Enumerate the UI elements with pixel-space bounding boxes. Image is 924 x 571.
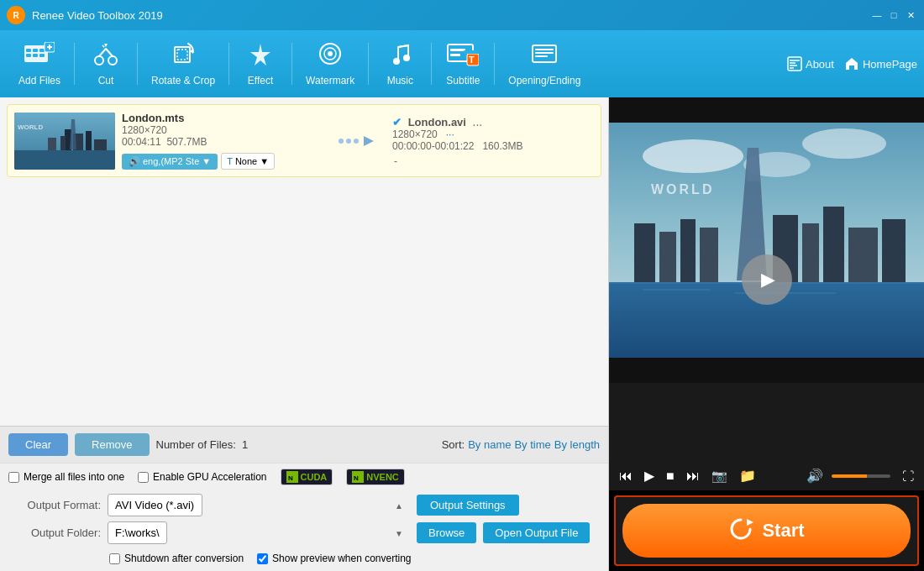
svg-point-10	[95, 56, 103, 65]
cut-icon	[92, 42, 119, 71]
sort-by-length[interactable]: By length	[554, 438, 600, 451]
screenshot-button[interactable]: 📷	[708, 467, 731, 485]
skip-forward-button[interactable]: ⏭	[683, 467, 703, 485]
output-settings-button[interactable]: Output Settings	[417, 495, 519, 516]
maximize-button[interactable]: □	[887, 8, 900, 22]
toolbar-item-watermark[interactable]: Watermark	[294, 37, 366, 92]
minimize-button[interactable]: —	[870, 8, 884, 22]
output-format-select[interactable]: AVI Video (*.avi)	[108, 494, 202, 516]
shutdown-checkbox[interactable]: Shutdown after conversion	[109, 553, 244, 564]
output-format-row: Output Format: AVI Video (*.avi) Output …	[8, 494, 600, 516]
svg-text:N: N	[288, 474, 293, 482]
toolbar-sep-3	[228, 43, 229, 85]
output-more-button[interactable]: ...	[473, 115, 483, 128]
svg-line-12	[99, 49, 106, 56]
output-dims: 1280×720 ···	[392, 128, 594, 140]
output-folder-label: Output Folder:	[8, 526, 101, 539]
svg-point-21	[328, 51, 333, 56]
gpu-checkbox-input[interactable]	[138, 472, 149, 483]
rotate-crop-label: Rotate & Crop	[151, 75, 215, 86]
preview-checkbox[interactable]: Show preview when converting	[257, 553, 411, 564]
svg-point-23	[403, 55, 410, 61]
toolbar-item-rotate-crop[interactable]: Rotate & Crop	[139, 37, 227, 92]
homepage-button[interactable]: HomePage	[844, 56, 917, 71]
homepage-label: HomePage	[863, 58, 917, 71]
svg-rect-73	[802, 223, 819, 282]
svg-text:N: N	[354, 474, 359, 482]
toolbar-item-effect[interactable]: Effect	[231, 37, 290, 92]
subtitle-icon: T	[447, 42, 479, 71]
toolbar: Add Files Cut Rotate & Cro	[0, 30, 924, 97]
audio-dropdown-arrow: ▼	[202, 156, 211, 166]
toolbar-item-music[interactable]: Music	[370, 37, 429, 92]
settings-bar: Merge all files into one Enable GPU Acce…	[0, 463, 608, 490]
about-label: About	[806, 58, 834, 71]
skip-back-button[interactable]: ⏮	[616, 467, 636, 485]
toolbar-item-opening-ending[interactable]: Opening/Ending	[496, 37, 592, 92]
svg-rect-48	[86, 131, 92, 150]
sort-by-name[interactable]: By name	[468, 438, 511, 451]
toolbar-item-add-files[interactable]: Add Files	[7, 37, 72, 92]
toolbar-item-cut[interactable]: Cut	[76, 37, 135, 92]
fullscreen-button[interactable]: ⛶	[899, 468, 917, 485]
toolbar-item-subtitle[interactable]: T Subtitle	[433, 37, 492, 92]
start-button[interactable]: Start	[622, 504, 911, 558]
svg-rect-79	[643, 289, 710, 291]
subtitle-label: Subtitle	[446, 75, 480, 86]
toolbar-sep-7	[494, 43, 495, 85]
browse-button[interactable]: Browse	[417, 522, 476, 543]
folder-button[interactable]: 📁	[736, 466, 759, 485]
output-sub-info: -	[392, 155, 594, 167]
svg-rect-45	[60, 136, 66, 150]
app-logo: R	[7, 6, 25, 24]
remove-button[interactable]: Remove	[75, 433, 149, 456]
volume-slider[interactable]	[832, 474, 890, 478]
watermark-icon	[317, 42, 344, 71]
open-output-button[interactable]: Open Output File	[483, 522, 590, 543]
stop-button[interactable]: ■	[663, 467, 678, 485]
toolbar-right: About HomePage	[787, 56, 917, 71]
shutdown-checkbox-input[interactable]	[109, 553, 120, 564]
svg-rect-49	[94, 139, 107, 150]
output-settings-link[interactable]: ···	[446, 128, 454, 140]
play-button-overlay[interactable]	[742, 254, 792, 305]
main-area: WORLD London.mts 1280×720 00:04:11 507.7…	[0, 97, 924, 571]
svg-rect-27	[450, 54, 460, 56]
effect-icon	[247, 42, 274, 71]
svg-point-64	[802, 128, 886, 159]
file-thumbnail: WORLD	[14, 113, 115, 170]
volume-icon[interactable]: 🔊	[803, 466, 827, 485]
input-filename: London.mts	[122, 112, 323, 124]
svg-rect-5	[33, 54, 38, 57]
subtitle-dropdown-arrow: ▼	[260, 156, 269, 166]
close-button[interactable]: ✕	[904, 8, 917, 22]
left-panel: WORLD London.mts 1280×720 00:04:11 507.7…	[0, 97, 609, 571]
sort-by-time[interactable]: By time	[514, 438, 550, 451]
preview-checkbox-input[interactable]	[257, 553, 268, 564]
svg-rect-6	[39, 54, 45, 57]
merge-checkbox[interactable]: Merge all files into one	[8, 471, 124, 483]
svg-rect-67	[659, 232, 676, 282]
merge-checkbox-input[interactable]	[8, 472, 19, 483]
output-folder-select[interactable]: F:\works\	[108, 521, 167, 544]
subtitle-dropdown[interactable]: T None ▼	[221, 153, 275, 170]
svg-rect-1	[26, 49, 31, 52]
play-pause-button[interactable]: ▶	[641, 466, 658, 485]
output-filename: ✔ London.avi ...	[392, 115, 594, 128]
svg-rect-74	[823, 207, 844, 282]
output-settings: Output Format: AVI Video (*.avi) Output …	[0, 490, 608, 571]
output-folder-select-wrapper: F:\works\	[108, 521, 410, 544]
clear-button[interactable]: Clear	[8, 433, 68, 456]
svg-marker-71	[746, 148, 760, 181]
title-bar: R Renee Video Toolbox 2019 — □ ✕	[0, 0, 924, 30]
bottom-bar: Clear Remove Number of Files: 1 Sort: By…	[0, 426, 608, 463]
audio-track-button[interactable]: 🔊 eng,(MP2 Ste ▼	[122, 154, 218, 170]
gpu-checkbox[interactable]: Enable GPU Acceleration	[138, 471, 266, 483]
toolbar-sep-6	[431, 43, 432, 85]
svg-rect-26	[450, 49, 465, 51]
output-file-info: ✔ London.avi ... 1280×720 ··· 00:00:00-0…	[392, 115, 594, 167]
start-button-area: Start	[614, 495, 919, 566]
about-button[interactable]: About	[787, 56, 834, 71]
file-list: WORLD London.mts 1280×720 00:04:11 507.7…	[0, 97, 608, 426]
svg-point-11	[108, 56, 117, 65]
